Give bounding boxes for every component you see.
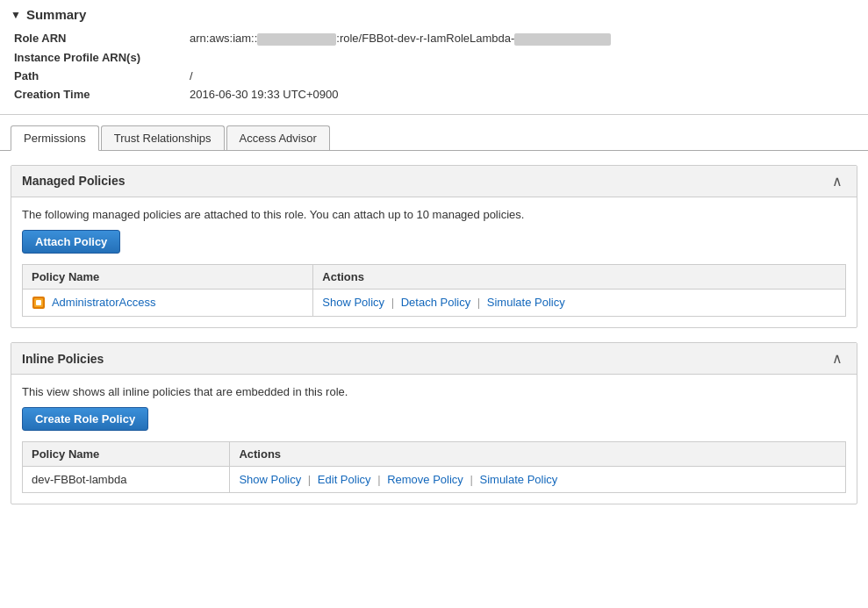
role-arn-redacted-2 xyxy=(514,33,611,46)
creation-time-row: Creation Time 2016-06-30 19:33 UTC+0900 xyxy=(11,85,857,104)
separator-5: | xyxy=(470,473,477,486)
inline-policies-header: Inline Policies ∧ xyxy=(11,343,857,375)
path-row: Path / xyxy=(11,67,857,85)
inline-policy-name-cell: dev-FBBot-lambda xyxy=(23,467,230,493)
show-policy-link-inline[interactable]: Show Policy xyxy=(239,473,301,486)
instance-profile-label: Instance Profile ARN(s) xyxy=(11,48,186,67)
inline-policy-row: dev-FBBot-lambda Show Policy | Edit Poli… xyxy=(23,467,846,493)
role-arn-value: arn:aws:iam:::role/FBBot-dev-r-IamRoleLa… xyxy=(186,29,857,48)
role-arn-row: Role ARN arn:aws:iam:::role/FBBot-dev-r-… xyxy=(11,29,857,48)
summary-section: ▼ Summary Role ARN arn:aws:iam:::role/FB… xyxy=(0,0,868,115)
administrator-access-link[interactable]: AdministratorAccess xyxy=(52,296,155,309)
create-role-policy-button[interactable]: Create Role Policy xyxy=(22,407,148,431)
summary-title: Summary xyxy=(26,7,86,22)
managed-policies-header: Managed Policies ∧ xyxy=(11,166,857,197)
managed-policies-collapse-btn[interactable]: ∧ xyxy=(829,173,846,190)
instance-profile-value xyxy=(186,48,857,67)
separator-1: | xyxy=(391,296,398,309)
managed-policies-table-header-row: Policy Name Actions xyxy=(23,264,846,289)
inline-policies-body: This view shows all inline policies that… xyxy=(11,375,857,504)
inline-policies-collapse-btn[interactable]: ∧ xyxy=(829,350,846,367)
role-arn-label: Role ARN xyxy=(11,29,186,48)
creation-time-value: 2016-06-30 19:33 UTC+0900 xyxy=(186,85,857,104)
summary-arrow-icon: ▼ xyxy=(11,9,21,21)
tab-trust-relationships[interactable]: Trust Relationships xyxy=(101,125,225,150)
managed-policies-description: The following managed policies are attac… xyxy=(22,208,846,221)
managed-policy-icon xyxy=(32,296,46,310)
path-value: / xyxy=(186,67,857,85)
col-policy-name: Policy Name xyxy=(23,264,313,289)
inline-policies-description: This view shows all inline policies that… xyxy=(22,385,846,398)
inline-policies-title: Inline Policies xyxy=(22,352,104,366)
separator-2: | xyxy=(477,296,484,309)
summary-table: Role ARN arn:aws:iam:::role/FBBot-dev-r-… xyxy=(11,29,857,104)
path-label: Path xyxy=(11,67,186,85)
col-actions: Actions xyxy=(313,264,846,289)
managed-policies-body: The following managed policies are attac… xyxy=(11,197,857,328)
summary-header: ▼ Summary xyxy=(11,7,857,22)
tabs-container: Permissions Trust Relationships Access A… xyxy=(0,115,868,151)
managed-policy-actions-cell: Show Policy | Detach Policy | Simulate P… xyxy=(313,289,846,317)
instance-profile-row: Instance Profile ARN(s) xyxy=(11,48,857,67)
tab-access-advisor[interactable]: Access Advisor xyxy=(226,125,330,150)
separator-3: | xyxy=(308,473,314,486)
edit-policy-link[interactable]: Edit Policy xyxy=(318,473,371,486)
simulate-policy-link-managed[interactable]: Simulate Policy xyxy=(487,296,565,309)
inline-policy-actions-cell: Show Policy | Edit Policy | Remove Polic… xyxy=(230,467,846,493)
role-arn-middle: :role/FBBot-dev-r-IamRoleLambda- xyxy=(336,32,514,45)
col-inline-policy-name: Policy Name xyxy=(23,442,230,467)
managed-policy-name-cell: AdministratorAccess xyxy=(23,289,313,317)
separator-4: | xyxy=(377,473,384,486)
tab-permissions[interactable]: Permissions xyxy=(11,125,99,151)
remove-policy-link[interactable]: Remove Policy xyxy=(387,473,463,486)
tabs: Permissions Trust Relationships Access A… xyxy=(11,125,857,150)
svg-rect-2 xyxy=(36,300,41,305)
creation-time-label: Creation Time xyxy=(11,85,186,104)
attach-policy-button[interactable]: Attach Policy xyxy=(22,230,120,254)
managed-policies-table: Policy Name Actions xyxy=(22,264,846,318)
inline-policies-section: Inline Policies ∧ This view shows all in… xyxy=(11,342,857,504)
inline-policies-table: Policy Name Actions dev-FBBot-lambda Sho… xyxy=(22,441,846,493)
managed-policies-section: Managed Policies ∧ The following managed… xyxy=(11,165,857,329)
simulate-policy-link-inline[interactable]: Simulate Policy xyxy=(480,473,558,486)
role-arn-prefix: arn:aws:iam:: xyxy=(190,32,257,45)
col-inline-actions: Actions xyxy=(230,442,846,467)
show-policy-link-managed[interactable]: Show Policy xyxy=(322,296,384,309)
content-area: Managed Policies ∧ The following managed… xyxy=(0,165,868,516)
managed-policy-row: AdministratorAccess Show Policy | Detach… xyxy=(23,289,846,317)
managed-policies-title: Managed Policies xyxy=(22,174,125,188)
inline-policies-table-header-row: Policy Name Actions xyxy=(23,442,846,467)
role-arn-redacted-1 xyxy=(257,33,336,46)
detach-policy-link[interactable]: Detach Policy xyxy=(401,296,470,309)
